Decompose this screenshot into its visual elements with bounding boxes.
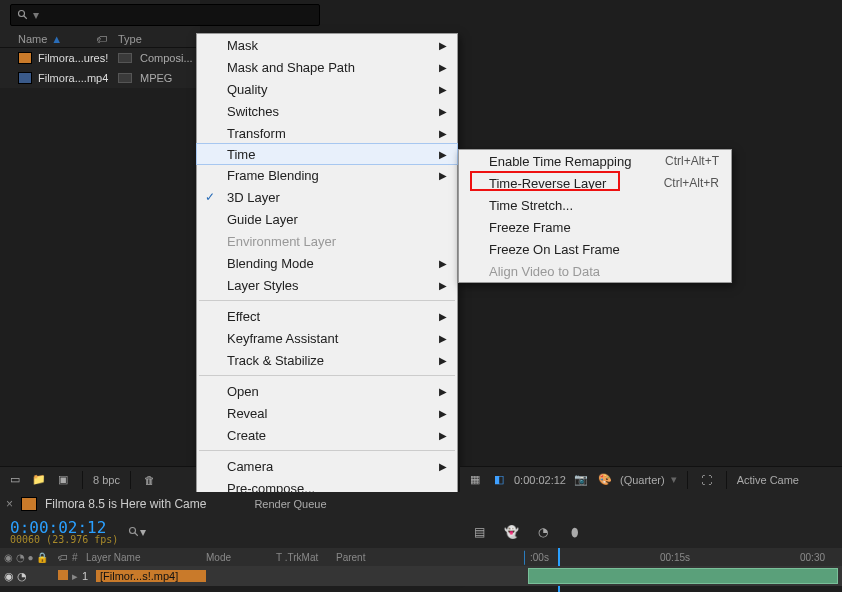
menu-blending-mode[interactable]: Blending Mode▶ [197,252,457,274]
submenu-arrow-icon: ▶ [439,430,447,441]
menu-create[interactable]: Create▶ [197,424,457,446]
layer-bar[interactable] [528,568,838,584]
mask-visibility-icon[interactable]: ◧ [490,471,508,489]
new-comp-icon[interactable]: ▣ [54,471,72,489]
comp-tab[interactable]: Filmora 8.5 is Here with Came [45,497,206,511]
col-parent[interactable]: Parent [336,552,396,563]
viewer-time[interactable]: 0:00:02:12 [514,474,566,486]
col-type[interactable]: Type [118,33,142,45]
col-trkmat[interactable]: T .TrkMat [276,552,336,563]
tag-swatch[interactable] [118,53,132,63]
render-queue-tab[interactable]: Render Queue [254,498,326,510]
menu-freeze-on-last-frame[interactable]: Freeze On Last Frame [459,238,731,260]
comp-thumb-icon [18,52,32,64]
col-mode[interactable]: Mode [206,552,276,563]
submenu-arrow-icon: ▶ [439,408,447,419]
timeline-ruler[interactable]: ⎸ :00s 00:15s 00:30 [460,548,842,566]
submenu-arrow-icon: ▶ [439,333,447,344]
menu-mask-shape-path[interactable]: Mask and Shape Path▶ [197,56,457,78]
menu-mask[interactable]: Mask▶ [197,34,457,56]
menu-align-video-to-data: Align Video to Data [459,260,731,282]
svg-line-1 [24,16,27,19]
color-mgmt-icon[interactable]: 🎨 [596,471,614,489]
submenu-arrow-icon: ▶ [439,40,447,51]
menu-freeze-frame[interactable]: Freeze Frame [459,216,731,238]
layer-row[interactable]: ◉ ◔ ▸ 1 [Filmor...s!.mp4] [0,566,460,586]
project-search-input[interactable]: ▾ [10,4,320,26]
submenu-arrow-icon: ▶ [439,386,447,397]
menu-3d-layer[interactable]: ✓3D Layer [197,186,457,208]
submenu-arrow-icon: ▶ [439,149,447,160]
motion-blur-icon[interactable]: ⬮ [566,523,584,541]
menu-sep [199,450,455,451]
project-row[interactable]: Filmora...ures! Composi... [0,48,200,68]
menu-switches[interactable]: Switches▶ [197,100,457,122]
timeline-tabs: × Filmora 8.5 is Here with Came Render Q… [0,492,842,516]
snapshot-icon[interactable]: 📷 [572,471,590,489]
menu-open[interactable]: Open▶ [197,380,457,402]
menu-keyframe-assistant[interactable]: Keyframe Assistant▶ [197,327,457,349]
submenu-arrow-icon: ▶ [439,355,447,366]
folder-icon[interactable]: 📁 [30,471,48,489]
file-name: Filmora....mp4 [38,72,118,84]
menu-transform[interactable]: Transform▶ [197,122,457,144]
menu-frame-blending[interactable]: Frame Blending▶ [197,164,457,186]
trash-icon[interactable]: 🗑 [141,471,159,489]
divider [687,471,688,489]
project-row[interactable]: Filmora....mp4 MPEG [0,68,200,88]
menu-effect[interactable]: Effect▶ [197,305,457,327]
col-name[interactable]: Name ▲ [18,33,96,45]
submenu-arrow-icon: ▶ [439,461,447,472]
viewer-quality[interactable]: (Quarter) [620,474,665,486]
submenu-arrow-icon: ▶ [439,280,447,291]
menu-time[interactable]: Time▶ [196,143,458,165]
timeline-track[interactable] [460,566,842,586]
submenu-arrow-icon: ▶ [439,258,447,269]
expand-icon[interactable]: ⛶ [698,471,716,489]
bpc-label[interactable]: 8 bpc [93,474,120,486]
file-name: Filmora...ures! [38,52,118,64]
menu-quality[interactable]: Quality▶ [197,78,457,100]
time-submenu[interactable]: Enable Time RemappingCtrl+Alt+T Time-Rev… [458,149,732,283]
check-icon: ✓ [205,190,215,204]
shy-icon[interactable]: 👻 [502,523,520,541]
submenu-arrow-icon: ▶ [439,62,447,73]
ruler-tick: 00:15s [660,552,690,563]
menu-time-reverse-layer[interactable]: Time-Reverse LayerCtrl+Alt+R [459,172,731,194]
ruler-tick: 00:30 [800,552,825,563]
current-frame: 00060 (23.976 fps) [10,534,118,545]
menu-sep [199,300,455,301]
close-tab-icon[interactable]: × [6,497,13,511]
col-num[interactable]: # [72,552,86,563]
menu-guide-layer[interactable]: Guide Layer [197,208,457,230]
svg-point-2 [130,528,136,534]
submenu-arrow-icon: ▶ [439,84,447,95]
svg-line-3 [135,533,138,536]
menu-time-stretch[interactable]: Time Stretch... [459,194,731,216]
interpret-icon[interactable]: ▭ [6,471,24,489]
menu-camera[interactable]: Camera▶ [197,455,457,477]
menu-layer-styles[interactable]: Layer Styles▶ [197,274,457,296]
comp-mini-icon[interactable]: ▤ [470,523,488,541]
viewer-toolbar: ▦ ◧ 0:00:02:12 📷 🎨 (Quarter) ▾ ⛶ Active … [460,466,842,492]
video-thumb-icon [18,72,32,84]
file-type: Composi... [140,52,193,64]
shortcut-label: Ctrl+Alt+T [665,154,719,168]
svg-point-0 [19,11,25,17]
col-layer-name[interactable]: Layer Name [86,552,206,563]
menu-enable-time-remapping[interactable]: Enable Time RemappingCtrl+Alt+T [459,150,731,172]
submenu-arrow-icon: ▶ [439,311,447,322]
menu-environment-layer: Environment Layer [197,230,457,252]
menu-track-stabilize[interactable]: Track & Stabilize▶ [197,349,457,371]
viewer-camera[interactable]: Active Came [737,474,799,486]
graph-icon[interactable]: ◔ [534,523,552,541]
menu-reveal[interactable]: Reveal▶ [197,402,457,424]
timeline-search-icon[interactable]: ▾ [128,523,146,541]
project-footer: ▭ 📁 ▣ 8 bpc 🗑 [0,466,196,492]
grid-icon[interactable]: ▦ [466,471,484,489]
search-icon [17,9,29,21]
tag-swatch[interactable] [118,73,132,83]
layer-name[interactable]: [Filmor...s!.mp4] [96,570,206,582]
timeline-switches: ▤ 👻 ◔ ⬮ [460,516,842,548]
tag-icon[interactable]: 🏷 [96,33,118,45]
